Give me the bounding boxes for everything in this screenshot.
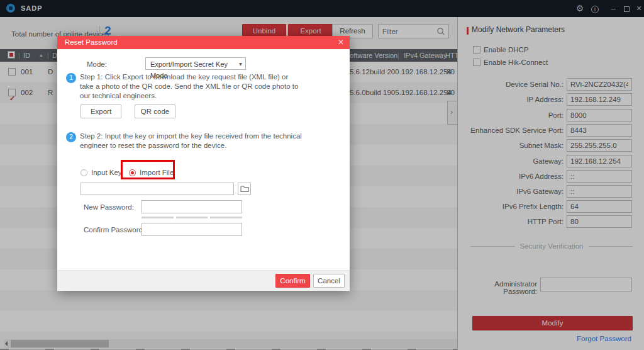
key-file-path-input[interactable] xyxy=(80,183,234,195)
browse-folder-button[interactable] xyxy=(238,183,251,195)
reset-password-dialog: Reset Password ✕ Mode: Export/Import Sec… xyxy=(57,36,350,291)
dialog-close-icon[interactable]: ✕ xyxy=(338,38,344,47)
sadp-window: SADP ⚙ i – ✕ Total number of online devi… xyxy=(0,0,644,350)
new-password-label: New Password: xyxy=(84,203,134,211)
input-key-label: Input Key xyxy=(91,169,122,176)
dialog-title: Reset Password xyxy=(65,38,118,46)
red-annotation-box xyxy=(121,160,175,179)
dialog-footer: Confirm Cancel xyxy=(57,270,350,291)
mode-label: Mode: xyxy=(87,60,107,68)
mode-dropdown[interactable]: Export/Import Secret Key Mode ▾ xyxy=(145,57,246,70)
confirm-password-label: Confirm Password: xyxy=(84,226,145,234)
export-key-button[interactable]: Export xyxy=(80,104,121,118)
qr-code-button[interactable]: QR code xyxy=(135,104,175,118)
step2-badge: 2 xyxy=(66,132,76,142)
chevron-down-icon: ▾ xyxy=(239,59,242,70)
step2-instructions: Step 2: Input the key or import the key … xyxy=(80,132,302,150)
confirm-password-input[interactable] xyxy=(142,223,242,236)
password-strength-meter xyxy=(142,217,242,218)
cancel-button[interactable]: Cancel xyxy=(313,274,345,288)
new-password-input[interactable] xyxy=(142,200,242,213)
step1-instructions: Step 1: Click Export to download the key… xyxy=(80,72,298,101)
dialog-header: Reset Password ✕ xyxy=(57,36,350,49)
input-key-radio[interactable] xyxy=(80,169,87,176)
step1-badge: 1 xyxy=(66,73,76,83)
confirm-button[interactable]: Confirm xyxy=(275,274,310,288)
